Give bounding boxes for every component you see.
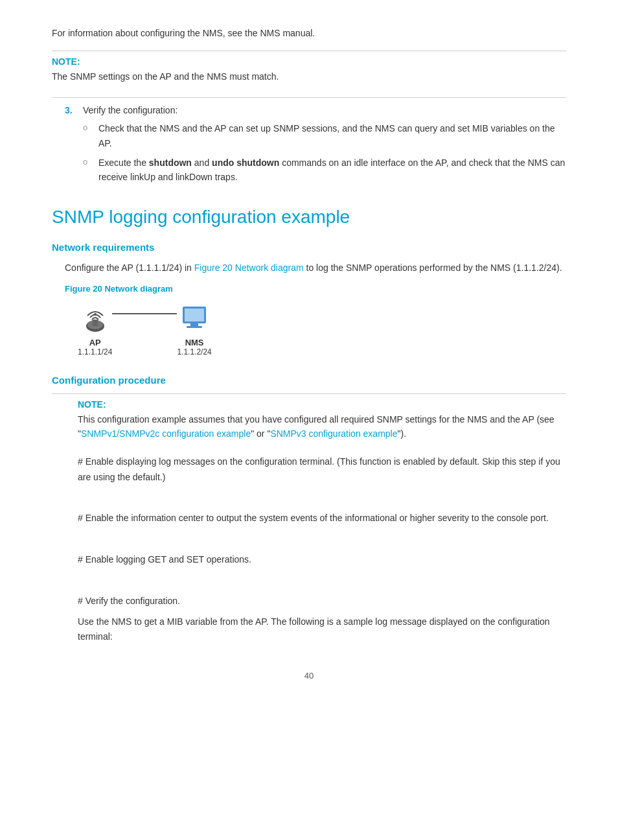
sub-item-0: o Check that the NMS and the AP can set … — [83, 121, 566, 150]
sub-item-1: o Execute the shutdown and undo shutdown… — [83, 156, 566, 185]
step-3-content: Verify the configuration: o Check that t… — [83, 103, 566, 190]
config-note-label: NOTE: — [78, 399, 566, 410]
config-step-2-comment: # Enable the information center to outpu… — [78, 511, 566, 526]
connection-line — [112, 313, 177, 314]
sub-item-0-text: Check that the NMS and the AP can set up… — [98, 121, 566, 150]
sub-item-1-prefix: Execute the — [98, 158, 149, 168]
config-step-4-comment: # Verify the configuration. — [78, 594, 566, 609]
intro-paragraph: For information about configuring the NM… — [52, 26, 566, 40]
note-label-1: NOTE: — [52, 56, 566, 67]
svg-point-3 — [94, 313, 97, 316]
section-title: SNMP logging configuration example — [52, 205, 566, 229]
nms-icon — [177, 301, 211, 335]
network-requirements-heading: Network requirements — [52, 242, 566, 253]
bullet-0: o — [83, 121, 96, 135]
snmpv1-link[interactable]: SNMPv1/SNMPv2c configuration example — [81, 428, 251, 439]
config-step-1-spacer — [78, 490, 566, 511]
config-note-block: NOTE: This configuration example assumes… — [78, 399, 566, 441]
network-requirements-section: Network requirements Configure the AP (1… — [52, 242, 566, 356]
divider-2 — [52, 97, 566, 98]
step-list: 3. Verify the configuration: o Check tha… — [65, 103, 566, 190]
step-3: 3. Verify the configuration: o Check tha… — [65, 103, 566, 190]
config-note-suffix: "). — [398, 428, 407, 439]
figure-20-title: Figure 20 Network diagram — [65, 284, 566, 294]
nms-addr: 1.1.1.2/24 — [177, 347, 211, 356]
body-prefix: Configure the AP (1.1.1.1/24) in — [65, 262, 194, 273]
divider-1 — [52, 51, 566, 51]
config-note-mid: " or " — [251, 428, 270, 439]
network-requirements-content: Configure the AP (1.1.1.1/24) in Figure … — [65, 261, 566, 356]
verify-text: Use the NMS to get a MIB variable from t… — [78, 614, 566, 646]
config-procedure-section: Configuration procedure NOTE: This confi… — [52, 375, 566, 645]
config-step-2-spacer — [78, 531, 566, 552]
config-note-text: This configuration example assumes that … — [78, 412, 566, 441]
ap-addr: 1.1.1.1/24 — [78, 347, 112, 356]
step-3-label: Verify the configuration: — [83, 105, 177, 115]
config-step-3-spacer — [78, 573, 566, 594]
svg-rect-6 — [190, 323, 198, 326]
ap-node: AP 1.1.1.1/24 — [78, 301, 112, 356]
svg-rect-7 — [187, 326, 202, 328]
sub-item-1-mid: and — [192, 158, 212, 168]
config-step-3-comment: # Enable logging GET and SET operations. — [78, 552, 566, 568]
sub-item-1-bold2: undo shutdown — [212, 158, 279, 168]
bullet-1: o — [83, 156, 96, 169]
sub-item-1-text: Execute the shutdown and undo shutdown c… — [98, 156, 566, 185]
divider-3 — [52, 393, 566, 394]
network-diagram: AP 1.1.1.1/24 NMS 1.1.1.2/24 — [78, 301, 566, 356]
step-number-3: 3. — [65, 103, 83, 190]
config-procedure-heading: Configuration procedure — [52, 375, 566, 386]
ap-label: AP — [89, 338, 101, 347]
svg-rect-5 — [185, 309, 204, 321]
step-3-sublist: o Check that the NMS and the AP can set … — [83, 121, 566, 185]
page-number: 40 — [52, 671, 566, 681]
note-text-1: The SNMP settings on the AP and the NMS … — [52, 69, 566, 84]
nms-node: NMS 1.1.1.2/24 — [177, 301, 211, 356]
svg-rect-2 — [93, 320, 98, 326]
ap-icon — [78, 301, 112, 335]
config-step-1-comment: # Enable displaying log messages on the … — [78, 454, 566, 485]
nms-label: NMS — [185, 338, 204, 347]
network-requirements-body: Configure the AP (1.1.1.1/24) in Figure … — [65, 261, 566, 276]
config-steps: # Enable displaying log messages on the … — [78, 454, 566, 646]
body-suffix: to log the SNMP operations performed by … — [304, 262, 562, 273]
note-block-1: NOTE: The SNMP settings on the AP and th… — [52, 56, 566, 84]
snmpv3-link[interactable]: SNMPv3 configuration example — [270, 428, 397, 439]
line-bar — [112, 313, 177, 314]
sub-item-1-bold1: shutdown — [149, 158, 192, 168]
figure20-link[interactable]: Figure 20 Network diagram — [194, 262, 304, 273]
